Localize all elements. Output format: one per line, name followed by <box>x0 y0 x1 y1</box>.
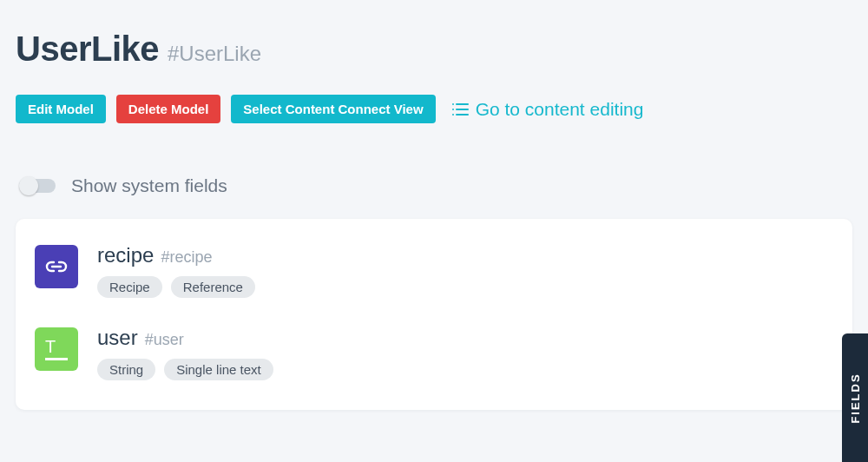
delete-model-button[interactable]: Delete Model <box>116 95 221 123</box>
field-tag: Single line text <box>164 359 273 380</box>
list-icon <box>451 102 469 117</box>
field-row[interactable]: T user #user String Single line text <box>35 320 833 386</box>
field-tag: Recipe <box>97 276 162 298</box>
field-row[interactable]: recipe #recipe Recipe Reference <box>35 238 833 320</box>
field-api-id: #user <box>145 331 184 349</box>
field-tag: Reference <box>171 276 255 298</box>
model-api-id: #UserLike <box>168 42 261 66</box>
actions-row: Edit Model Delete Model Select Content C… <box>16 95 852 123</box>
link-icon <box>35 245 78 288</box>
svg-point-2 <box>452 109 454 110</box>
field-name: recipe <box>97 243 154 267</box>
side-tab-label: FIELDS <box>849 373 862 423</box>
show-system-fields-row: Show system fields <box>16 175 852 196</box>
content-link-label: Go to content editing <box>476 99 644 120</box>
page-title: UserLike <box>16 30 159 69</box>
show-system-fields-toggle[interactable] <box>19 179 56 193</box>
edit-model-button[interactable]: Edit Model <box>16 95 106 123</box>
svg-point-0 <box>452 103 454 105</box>
field-name: user <box>97 326 138 350</box>
go-to-content-editing-link[interactable]: Go to content editing <box>451 99 644 120</box>
field-api-id: #recipe <box>161 248 212 267</box>
select-content-connect-view-button[interactable]: Select Content Connect View <box>231 95 435 123</box>
toggle-knob <box>19 176 38 195</box>
fields-side-tab[interactable]: FIELDS <box>842 333 868 462</box>
field-tag: String <box>97 359 155 380</box>
svg-point-4 <box>452 114 454 116</box>
page-title-row: UserLike #UserLike <box>16 30 852 69</box>
fields-card: recipe #recipe Recipe Reference T user <box>16 219 852 410</box>
show-system-fields-label: Show system fields <box>71 175 227 196</box>
text-icon: T <box>35 327 78 371</box>
